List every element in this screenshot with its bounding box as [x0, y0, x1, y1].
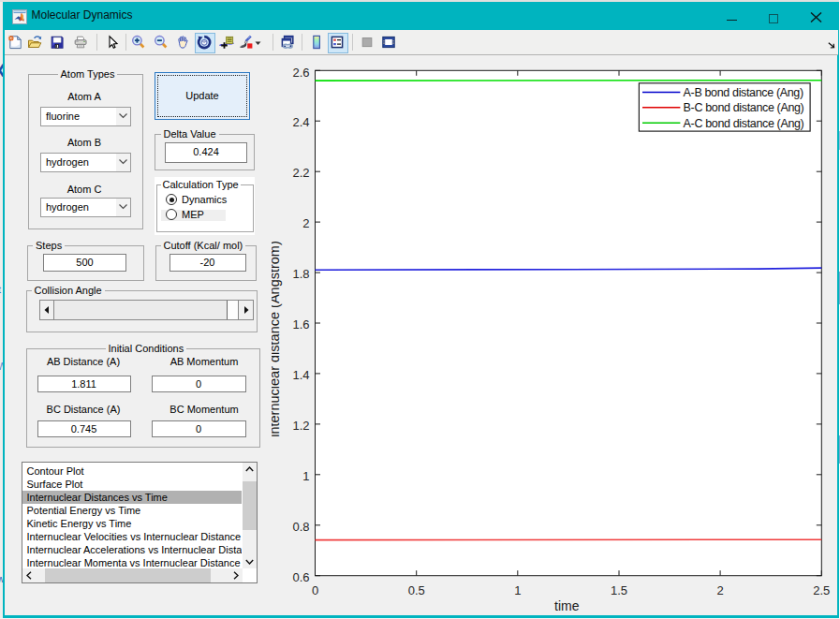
svg-text:0.6: 0.6 — [292, 570, 309, 584]
svg-text:0.5: 0.5 — [408, 583, 425, 597]
svg-text:time: time — [554, 598, 580, 613]
svg-text:2.6: 2.6 — [292, 66, 309, 80]
svg-text:0.8: 0.8 — [292, 520, 309, 534]
svg-text:0: 0 — [312, 583, 318, 597]
svg-text:1: 1 — [302, 469, 309, 483]
svg-text:2.4: 2.4 — [292, 115, 309, 129]
svg-text:1.8: 1.8 — [292, 267, 309, 281]
svg-text:2: 2 — [716, 583, 723, 597]
svg-text:1: 1 — [514, 583, 521, 597]
svg-text:1.4: 1.4 — [292, 368, 309, 382]
svg-text:1.2: 1.2 — [292, 419, 309, 433]
svg-text:A-C bond distance (Ang): A-C bond distance (Ang) — [684, 117, 804, 130]
svg-text:2.2: 2.2 — [292, 166, 309, 180]
svg-text:1.6: 1.6 — [292, 317, 309, 332]
svg-text:A-B bond distance (Ang): A-B bond distance (Ang) — [684, 86, 803, 99]
svg-text:B-C bond distance (Ang): B-C bond distance (Ang) — [684, 101, 804, 114]
svg-text:internuclear distance (Angstro: internuclear distance (Angstrom) — [272, 241, 282, 437]
svg-text:2.5: 2.5 — [813, 583, 830, 597]
svg-text:2: 2 — [302, 216, 309, 230]
svg-text:1.5: 1.5 — [611, 583, 627, 597]
